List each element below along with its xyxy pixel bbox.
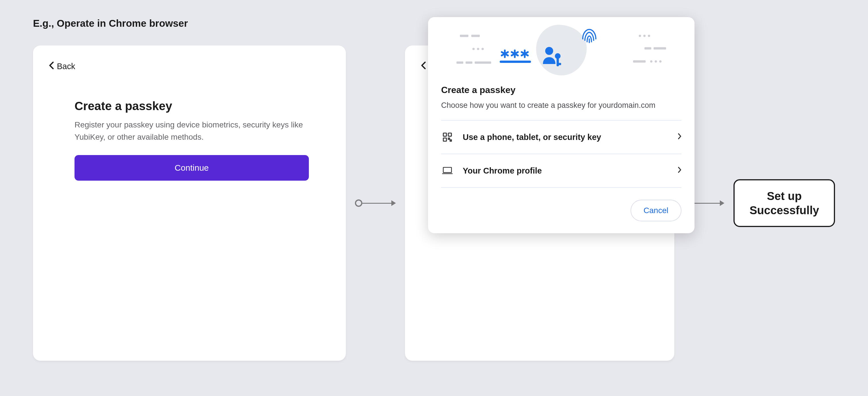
dialog-subtitle: Choose how you want to create a passkey … — [441, 101, 681, 110]
dialog-hero — [428, 17, 694, 83]
chevron-left-icon — [421, 61, 426, 71]
step3-line1: Set up — [749, 189, 819, 203]
svg-rect-17 — [448, 138, 450, 140]
step3-line2: Successfully — [749, 203, 819, 217]
chrome-passkey-dialog: Create a passkey Choose how you want to … — [428, 17, 694, 233]
chevron-left-icon — [49, 61, 54, 71]
back-label: Back — [57, 62, 75, 71]
option-phone-tablet-key[interactable]: Use a phone, tablet, or security key — [441, 121, 681, 154]
svg-rect-12 — [557, 63, 561, 65]
continue-label: Continue — [175, 163, 209, 173]
back-button[interactable]: Back — [49, 61, 75, 71]
dialog-subtitle-prefix: Choose how you want to create a passkey … — [441, 101, 599, 110]
step2-wrap: B — [405, 45, 674, 361]
step3-badge: Set up Successfully — [734, 179, 835, 227]
qr-icon — [441, 132, 454, 143]
chevron-right-icon — [677, 133, 681, 141]
option-chrome-profile[interactable]: Your Chrome profile — [441, 154, 681, 188]
step1-description: Register your passkey using device biome… — [74, 119, 304, 143]
dialog-domain: yourdomain.com — [599, 101, 656, 110]
step1-title: Create a passkey — [74, 99, 304, 113]
arrow-1 — [355, 200, 396, 207]
svg-rect-18 — [450, 140, 452, 142]
svg-rect-16 — [443, 138, 446, 141]
passkey-asterisks-icon — [499, 45, 579, 74]
step1-card: Back Create a passkey Register your pass… — [33, 45, 346, 361]
svg-rect-19 — [443, 167, 452, 173]
chevron-right-icon — [677, 167, 681, 175]
dialog-title: Create a passkey — [441, 85, 681, 95]
cancel-button[interactable]: Cancel — [630, 200, 681, 221]
cancel-label: Cancel — [644, 206, 668, 215]
hero-blob — [536, 25, 587, 75]
continue-button[interactable]: Continue — [74, 155, 309, 181]
flow-row: Back Create a passkey Register your pass… — [33, 45, 835, 361]
option-label: Use a phone, tablet, or security key — [463, 132, 668, 142]
svg-point-9 — [545, 47, 553, 55]
option-label: Your Chrome profile — [463, 166, 668, 176]
option-list: Use a phone, tablet, or security key — [441, 120, 681, 188]
fingerprint-icon — [578, 24, 601, 47]
svg-rect-15 — [448, 133, 451, 136]
svg-rect-14 — [443, 133, 446, 136]
laptop-icon — [441, 166, 454, 175]
